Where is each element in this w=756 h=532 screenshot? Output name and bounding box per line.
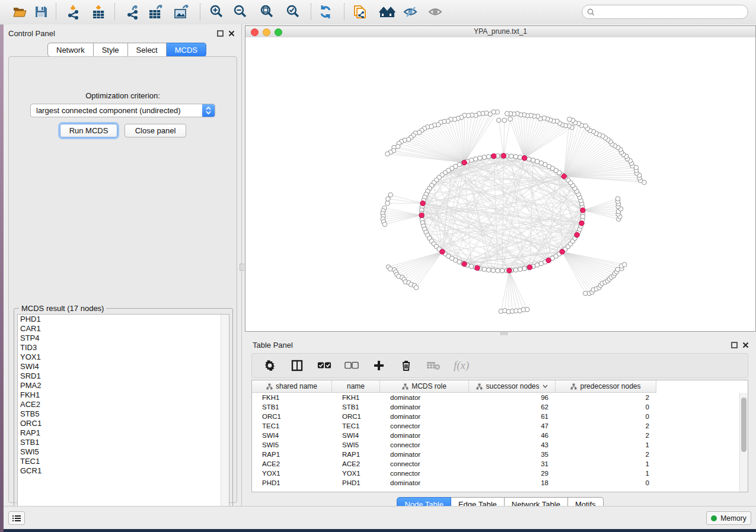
mcds-result-item[interactable]: SWI5	[18, 447, 229, 457]
network-window-titlebar[interactable]: YPA_prune.txt_1	[245, 26, 755, 38]
optimization-criterion-label: Optimization criterion:	[9, 91, 237, 100]
export-network-icon[interactable]	[123, 3, 143, 21]
tab-style[interactable]: Style	[94, 43, 128, 57]
zoom-out-icon[interactable]	[230, 3, 250, 21]
zoom-in-icon[interactable]	[206, 3, 227, 21]
table-cell: dominator	[380, 432, 469, 439]
table-row[interactable]: YOX1YOX1connector291	[252, 469, 739, 478]
table-row[interactable]: PHD1PHD1dominator180	[252, 478, 739, 488]
tab-select[interactable]: Select	[128, 43, 167, 57]
network-graph[interactable]	[245, 37, 755, 331]
add-row-icon[interactable]	[372, 358, 386, 373]
select-all-rows-icon[interactable]	[317, 358, 331, 373]
mcds-result-item[interactable]: SRD1	[18, 371, 229, 381]
table-row[interactable]: FKH1FKH1dominator962	[252, 393, 739, 402]
table-cell: 0	[556, 403, 656, 411]
close-panel-button[interactable]: Close panel	[125, 124, 186, 137]
memory-button[interactable]: Memory	[706, 511, 751, 525]
table-cell: 47	[469, 422, 556, 430]
houses-icon[interactable]	[378, 3, 398, 21]
table-row[interactable]: ACE2ACE2connector311	[252, 459, 739, 469]
workspace-region: YPA_prune.txt_1 Table Panel	[244, 24, 756, 507]
float-panel-icon[interactable]	[730, 341, 738, 349]
export-image-icon[interactable]	[171, 3, 192, 21]
new-network-from-selection-icon[interactable]	[350, 3, 370, 21]
mcds-result-item[interactable]: STP4	[18, 334, 229, 343]
hide-style-eye-icon[interactable]	[401, 3, 421, 21]
table-row[interactable]: TEC1TEC1connector472	[252, 421, 739, 431]
export-table-icon[interactable]	[146, 3, 166, 21]
import-network-icon[interactable]	[63, 3, 84, 21]
mcds-result-item[interactable]: FKH1	[18, 390, 229, 400]
mcds-result-item[interactable]: PMA2	[18, 381, 229, 390]
import-table-icon[interactable]	[88, 3, 109, 21]
criterion-dropdown[interactable]: largest connected component (undirected)	[30, 104, 215, 117]
close-panel-icon[interactable]	[227, 29, 235, 37]
mcds-result-item[interactable]: STB1	[18, 438, 229, 447]
mcds-result-item[interactable]: GCR1	[18, 466, 229, 476]
table-options-gear-icon[interactable]	[263, 358, 277, 373]
table-cell: dominator	[380, 413, 469, 420]
mcds-result-item[interactable]: ORC1	[18, 419, 229, 428]
vertical-splitter[interactable]	[240, 24, 244, 507]
table-panel: Table Panel	[244, 335, 756, 507]
mcds-result-item[interactable]: TID3	[18, 343, 229, 352]
column-header-successor-nodes[interactable]: successor nodes	[469, 380, 556, 393]
save-session-icon[interactable]	[31, 3, 51, 21]
mcds-result-item[interactable]: TEC1	[18, 457, 229, 466]
table-cell: SWI5	[252, 441, 332, 448]
column-header-mcds-role[interactable]: MCDS role	[380, 380, 469, 393]
dropdown-stepper-icon	[202, 104, 215, 117]
table-row[interactable]: STB1STB1dominator620	[252, 402, 739, 412]
mcds-result-item[interactable]: PHD1	[18, 315, 229, 324]
table-row[interactable]: SWI4SWI4dominator462	[252, 431, 739, 440]
control-panel-tabs: NetworkStyleSelectMCDS	[47, 43, 206, 57]
column-header-predecessor-nodes[interactable]: predecessor nodes	[556, 380, 656, 393]
table-cell: ACE2	[252, 460, 332, 467]
mcds-result-item[interactable]: RAP1	[18, 428, 229, 438]
show-all-eye-icon[interactable]	[426, 3, 446, 21]
show-columns-icon[interactable]	[290, 358, 304, 373]
table-cell: 1	[556, 460, 656, 467]
delete-rows-trash-icon[interactable]	[399, 358, 413, 373]
table-row[interactable]: SWI5SWI5connector431	[252, 440, 739, 450]
task-history-button[interactable]	[8, 511, 25, 525]
mcds-result-item[interactable]: YOX1	[18, 352, 229, 362]
table-cell: dominator	[380, 394, 469, 401]
float-panel-icon[interactable]	[216, 29, 224, 37]
open-file-icon[interactable]	[9, 3, 30, 21]
column-header-name[interactable]: name	[332, 380, 380, 393]
tab-network[interactable]: Network	[47, 43, 94, 57]
mcds-result-list[interactable]: PHD1CAR1STP4TID3YOX1SWI4SRD1PMA2FKH1ACE2…	[17, 314, 229, 524]
network-canvas[interactable]	[245, 37, 755, 331]
tab-mcds[interactable]: MCDS	[167, 43, 206, 57]
table-cell: 18	[469, 479, 556, 486]
close-panel-icon[interactable]	[741, 341, 749, 349]
zoom-fit-icon[interactable]	[257, 3, 277, 21]
table-cell: YOX1	[332, 470, 380, 477]
table-cell: FKH1	[332, 394, 380, 401]
table-cell: YOX1	[252, 470, 332, 477]
zoom-selected-icon[interactable]	[283, 3, 303, 21]
table-row[interactable]: ORC1ORC1dominator610	[252, 412, 739, 421]
refresh-layout-icon[interactable]	[315, 3, 336, 21]
mcds-result-item[interactable]: ACE2	[18, 400, 229, 409]
column-header-shared-name[interactable]: shared name	[252, 380, 332, 393]
table-cell: ACE2	[332, 460, 380, 467]
mcds-list-scrollbar[interactable]	[221, 315, 229, 523]
table-scrollbar[interactable]	[739, 393, 748, 492]
table-row[interactable]: RAP1RAP1dominator352	[252, 450, 739, 459]
table-cell: 43	[469, 441, 556, 448]
search-input[interactable]	[598, 7, 748, 17]
table-cell: TEC1	[332, 422, 380, 430]
mcds-result-item[interactable]: STB5	[18, 409, 229, 419]
mcds-result-item[interactable]: SWI4	[18, 362, 229, 371]
table-cell: connector	[380, 460, 469, 467]
deselect-all-rows-icon[interactable]	[344, 358, 359, 373]
run-mcds-button[interactable]: Run MCDS	[60, 124, 117, 137]
table-cell: 46	[469, 432, 556, 439]
search-field[interactable]	[582, 5, 748, 19]
list-icon	[12, 515, 21, 522]
mcds-result-item[interactable]: CAR1	[18, 324, 229, 334]
scrollbar-thumb[interactable]	[741, 398, 747, 452]
